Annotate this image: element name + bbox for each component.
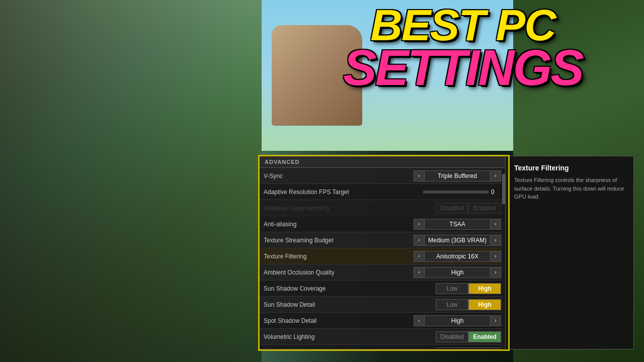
label-adaptive-res: Adaptive Resolution FPS Target [264, 189, 423, 196]
row-vol-light: Volumetric Lighting Disabled Enabled [260, 329, 505, 345]
control-ao: ‹ High › [414, 267, 501, 278]
control-adaptive-super: Disabled Enabled [436, 203, 501, 214]
label-adaptive-super: Adaptive Supersampling [264, 205, 436, 212]
slider-bar[interactable] [423, 191, 489, 194]
settings-header: ADVANCED [260, 156, 505, 168]
row-antialiasing: Anti-aliasing ‹ TSAA › [260, 216, 505, 232]
tf-left-arrow[interactable]: ‹ [414, 251, 425, 262]
label-texture-budget: Texture Streaming Budget [264, 237, 414, 244]
control-sun-shadow-det: Low High [436, 299, 501, 310]
row-texture-filter: Texture Filtering ‹ Anisotropic 16X › [260, 248, 505, 264]
tf-value: Anisotropic 16X [425, 251, 490, 262]
vsync-left-arrow[interactable]: ‹ [414, 170, 425, 182]
scrollbar[interactable] [502, 169, 505, 350]
ss-left-arrow[interactable]: ‹ [414, 315, 425, 326]
btn-enabled[interactable]: Enabled [468, 203, 501, 214]
control-sun-shadow-cov: Low High [436, 283, 501, 294]
control-vol-light: Disabled Enabled [436, 331, 501, 342]
ssc-high-btn[interactable]: High [468, 283, 501, 294]
vsync-right-arrow[interactable]: › [490, 170, 501, 182]
label-sun-shadow-cov: Sun Shadow Coverage [264, 285, 436, 292]
tb-left-arrow[interactable]: ‹ [414, 235, 425, 246]
control-vsync: ‹ Triple Buffered › [414, 170, 501, 182]
row-dyn-spot: Dynamic Spot Shadows Disabled Enabled [260, 345, 505, 348]
ds-disabled-btn[interactable]: Disabled [436, 347, 468, 348]
ssc-low-btn[interactable]: Low [436, 283, 468, 294]
row-sun-shadow-cov: Sun Shadow Coverage Low High [260, 281, 505, 297]
title-container: BEST PC SETTINGS [292, 5, 634, 90]
control-texture-budget: ‹ Medium (3GB VRAM) › [414, 235, 501, 246]
left-shadow [0, 0, 262, 362]
control-antialiasing: ‹ TSAA › [414, 219, 501, 230]
label-spot-shadow: Spot Shadow Detail [264, 317, 414, 324]
ao-left-arrow[interactable]: ‹ [414, 267, 425, 278]
row-vsync: V-Sync ‹ Triple Buffered › [260, 168, 505, 184]
vsync-value: Triple Buffered [425, 170, 490, 182]
label-antialiasing: Anti-aliasing [264, 221, 414, 228]
slider-value: 0 [491, 189, 501, 196]
info-panel-text: Texture Filtering controls the sharpness… [514, 176, 627, 201]
ao-right-arrow[interactable]: › [490, 267, 501, 278]
tf-right-arrow[interactable]: › [490, 251, 501, 262]
control-adaptive-res: 0 [423, 189, 501, 196]
aa-right-arrow[interactable]: › [490, 219, 501, 230]
label-texture-filter: Texture Filtering [264, 253, 414, 260]
label-vsync: V-Sync [264, 172, 414, 179]
row-adaptive-res: Adaptive Resolution FPS Target 0 [260, 184, 505, 200]
label-vol-light: Volumetric Lighting [264, 333, 436, 340]
ssd-low-btn[interactable]: Low [436, 299, 468, 310]
ds-enabled-btn[interactable]: Enabled [468, 347, 501, 348]
info-panel: Texture Filtering Texture Filtering cont… [508, 156, 634, 349]
title-line2: SETTINGS [292, 45, 634, 90]
label-ao: Ambient Occlusion Quality [264, 269, 414, 276]
ss-right-arrow[interactable]: › [490, 315, 501, 326]
btn-disabled[interactable]: Disabled [436, 203, 468, 214]
ao-value: High [425, 267, 490, 278]
row-spot-shadow: Spot Shadow Detail ‹ High › [260, 313, 505, 329]
control-dyn-spot: Disabled Enabled [436, 347, 501, 348]
label-sun-shadow-det: Sun Shadow Detail [264, 301, 436, 308]
ssd-high-btn[interactable]: High [468, 299, 501, 310]
settings-body: V-Sync ‹ Triple Buffered › Adaptive Reso… [260, 168, 505, 348]
aa-left-arrow[interactable]: ‹ [414, 219, 425, 230]
row-adaptive-super: Adaptive Supersampling Disabled Enabled [260, 200, 505, 216]
row-sun-shadow-det: Sun Shadow Detail Low High [260, 297, 505, 313]
control-spot-shadow: ‹ High › [414, 315, 501, 326]
vl-disabled-btn[interactable]: Disabled [436, 331, 468, 342]
info-panel-title: Texture Filtering [514, 164, 627, 172]
ss-value: High [425, 315, 490, 326]
control-texture-filter: ‹ Anisotropic 16X › [414, 251, 501, 262]
row-texture-budget: Texture Streaming Budget ‹ Medium (3GB V… [260, 232, 505, 248]
row-ao: Ambient Occlusion Quality ‹ High › [260, 264, 505, 281]
settings-panel: ADVANCED V-Sync ‹ Triple Buffered › Adap… [259, 156, 506, 349]
scrollbar-thumb[interactable] [502, 174, 505, 204]
aa-value: TSAA [425, 219, 490, 230]
vl-enabled-btn[interactable]: Enabled [468, 331, 501, 342]
tb-right-arrow[interactable]: › [490, 235, 501, 246]
tb-value: Medium (3GB VRAM) [425, 235, 490, 246]
